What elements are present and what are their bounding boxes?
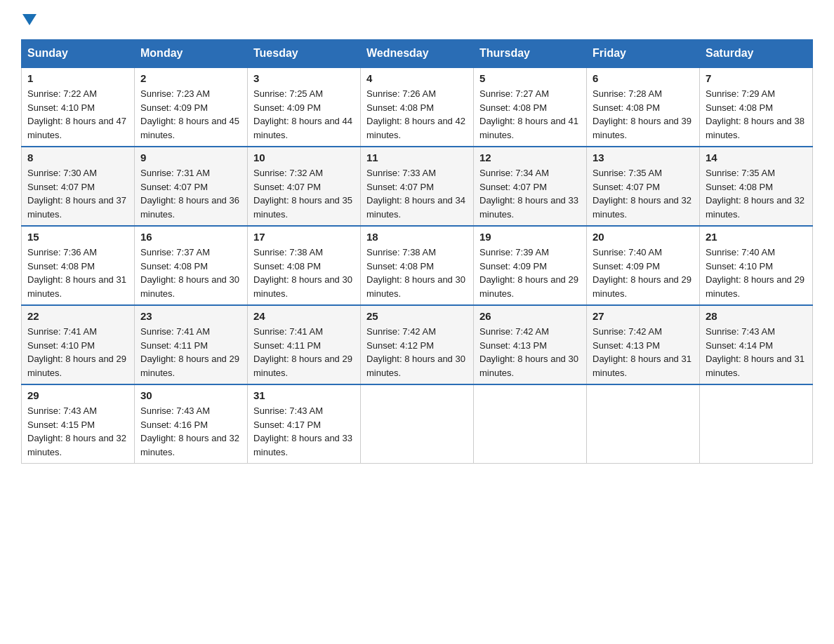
calendar-cell: 20 Sunrise: 7:40 AM Sunset: 4:09 PM Dayl… xyxy=(587,226,700,305)
day-number: 23 xyxy=(140,310,241,322)
day-number: 18 xyxy=(366,231,468,243)
calendar-week-row: 22 Sunrise: 7:41 AM Sunset: 4:10 PM Dayl… xyxy=(22,305,813,384)
day-info: Sunrise: 7:33 AM Sunset: 4:07 PM Dayligh… xyxy=(366,166,468,221)
calendar-table: SundayMondayTuesdayWednesdayThursdayFrid… xyxy=(21,39,813,464)
day-info: Sunrise: 7:27 AM Sunset: 4:08 PM Dayligh… xyxy=(479,87,581,142)
day-number: 31 xyxy=(253,389,355,401)
day-number: 16 xyxy=(140,231,241,243)
day-info: Sunrise: 7:41 AM Sunset: 4:11 PM Dayligh… xyxy=(253,325,355,380)
calendar-cell: 8 Sunrise: 7:30 AM Sunset: 4:07 PM Dayli… xyxy=(22,147,135,226)
day-number: 21 xyxy=(706,231,807,243)
calendar-cell: 24 Sunrise: 7:41 AM Sunset: 4:11 PM Dayl… xyxy=(248,305,361,384)
calendar-cell: 26 Sunrise: 7:42 AM Sunset: 4:13 PM Dayl… xyxy=(474,305,587,384)
day-header-friday: Friday xyxy=(587,40,700,68)
day-info: Sunrise: 7:41 AM Sunset: 4:11 PM Dayligh… xyxy=(140,325,241,380)
day-number: 3 xyxy=(253,72,355,84)
calendar-cell: 13 Sunrise: 7:35 AM Sunset: 4:07 PM Dayl… xyxy=(587,147,700,226)
calendar-cell: 9 Sunrise: 7:31 AM Sunset: 4:07 PM Dayli… xyxy=(135,147,248,226)
day-info: Sunrise: 7:43 AM Sunset: 4:14 PM Dayligh… xyxy=(706,325,807,380)
day-info: Sunrise: 7:38 AM Sunset: 4:08 PM Dayligh… xyxy=(253,246,355,300)
calendar-week-row: 29 Sunrise: 7:43 AM Sunset: 4:15 PM Dayl… xyxy=(22,384,813,464)
calendar-cell: 28 Sunrise: 7:43 AM Sunset: 4:14 PM Dayl… xyxy=(700,305,813,384)
day-header-saturday: Saturday xyxy=(700,40,813,68)
day-info: Sunrise: 7:25 AM Sunset: 4:09 PM Dayligh… xyxy=(253,87,355,142)
calendar-cell: 22 Sunrise: 7:41 AM Sunset: 4:10 PM Dayl… xyxy=(22,305,135,384)
day-number: 25 xyxy=(366,310,468,322)
day-number: 7 xyxy=(706,72,807,84)
day-header-wednesday: Wednesday xyxy=(361,40,474,68)
day-number: 1 xyxy=(27,72,128,84)
calendar-cell: 11 Sunrise: 7:33 AM Sunset: 4:07 PM Dayl… xyxy=(361,147,474,226)
day-number: 20 xyxy=(593,231,694,243)
day-info: Sunrise: 7:43 AM Sunset: 4:15 PM Dayligh… xyxy=(27,404,128,459)
day-header-sunday: Sunday xyxy=(22,40,135,68)
day-info: Sunrise: 7:42 AM Sunset: 4:12 PM Dayligh… xyxy=(366,325,468,380)
day-info: Sunrise: 7:28 AM Sunset: 4:08 PM Dayligh… xyxy=(593,87,694,142)
day-number: 17 xyxy=(253,231,355,243)
calendar-cell: 21 Sunrise: 7:40 AM Sunset: 4:10 PM Dayl… xyxy=(700,226,813,305)
day-info: Sunrise: 7:23 AM Sunset: 4:09 PM Dayligh… xyxy=(140,87,241,142)
day-number: 27 xyxy=(593,310,694,322)
calendar-cell: 6 Sunrise: 7:28 AM Sunset: 4:08 PM Dayli… xyxy=(587,67,700,147)
day-info: Sunrise: 7:42 AM Sunset: 4:13 PM Dayligh… xyxy=(593,325,694,380)
day-number: 30 xyxy=(140,389,241,401)
day-info: Sunrise: 7:43 AM Sunset: 4:17 PM Dayligh… xyxy=(253,404,355,459)
calendar-cell: 27 Sunrise: 7:42 AM Sunset: 4:13 PM Dayl… xyxy=(587,305,700,384)
day-info: Sunrise: 7:42 AM Sunset: 4:13 PM Dayligh… xyxy=(479,325,581,380)
calendar-cell xyxy=(700,384,813,464)
calendar-cell: 16 Sunrise: 7:37 AM Sunset: 4:08 PM Dayl… xyxy=(135,226,248,305)
logo-triangle-icon xyxy=(22,14,37,25)
calendar-cell: 31 Sunrise: 7:43 AM Sunset: 4:17 PM Dayl… xyxy=(248,384,361,464)
calendar-cell: 4 Sunrise: 7:26 AM Sunset: 4:08 PM Dayli… xyxy=(361,67,474,147)
day-number: 9 xyxy=(140,152,241,163)
calendar-cell: 5 Sunrise: 7:27 AM Sunset: 4:08 PM Dayli… xyxy=(474,67,587,147)
day-info: Sunrise: 7:35 AM Sunset: 4:07 PM Dayligh… xyxy=(593,166,694,221)
day-info: Sunrise: 7:35 AM Sunset: 4:08 PM Dayligh… xyxy=(706,166,807,221)
page-header xyxy=(21,14,813,25)
calendar-cell: 23 Sunrise: 7:41 AM Sunset: 4:11 PM Dayl… xyxy=(135,305,248,384)
day-number: 4 xyxy=(366,72,468,84)
day-info: Sunrise: 7:22 AM Sunset: 4:10 PM Dayligh… xyxy=(27,87,128,142)
day-number: 26 xyxy=(479,310,581,322)
calendar-cell: 17 Sunrise: 7:38 AM Sunset: 4:08 PM Dayl… xyxy=(248,226,361,305)
calendar-week-row: 1 Sunrise: 7:22 AM Sunset: 4:10 PM Dayli… xyxy=(22,67,813,147)
day-info: Sunrise: 7:40 AM Sunset: 4:10 PM Dayligh… xyxy=(706,246,807,300)
calendar-cell: 25 Sunrise: 7:42 AM Sunset: 4:12 PM Dayl… xyxy=(361,305,474,384)
calendar-cell: 18 Sunrise: 7:38 AM Sunset: 4:08 PM Dayl… xyxy=(361,226,474,305)
day-info: Sunrise: 7:26 AM Sunset: 4:08 PM Dayligh… xyxy=(366,87,468,142)
day-number: 6 xyxy=(593,72,694,84)
day-info: Sunrise: 7:30 AM Sunset: 4:07 PM Dayligh… xyxy=(27,166,128,221)
day-header-thursday: Thursday xyxy=(474,40,587,68)
calendar-cell: 3 Sunrise: 7:25 AM Sunset: 4:09 PM Dayli… xyxy=(248,67,361,147)
day-number: 12 xyxy=(479,152,581,163)
calendar-cell: 7 Sunrise: 7:29 AM Sunset: 4:08 PM Dayli… xyxy=(700,67,813,147)
calendar-cell: 12 Sunrise: 7:34 AM Sunset: 4:07 PM Dayl… xyxy=(474,147,587,226)
day-number: 10 xyxy=(253,152,355,163)
calendar-week-row: 15 Sunrise: 7:36 AM Sunset: 4:08 PM Dayl… xyxy=(22,226,813,305)
calendar-cell: 30 Sunrise: 7:43 AM Sunset: 4:16 PM Dayl… xyxy=(135,384,248,464)
calendar-cell: 10 Sunrise: 7:32 AM Sunset: 4:07 PM Dayl… xyxy=(248,147,361,226)
day-info: Sunrise: 7:39 AM Sunset: 4:09 PM Dayligh… xyxy=(479,246,581,300)
day-number: 24 xyxy=(253,310,355,322)
day-info: Sunrise: 7:29 AM Sunset: 4:08 PM Dayligh… xyxy=(706,87,807,142)
calendar-cell: 19 Sunrise: 7:39 AM Sunset: 4:09 PM Dayl… xyxy=(474,226,587,305)
day-info: Sunrise: 7:41 AM Sunset: 4:10 PM Dayligh… xyxy=(27,325,128,380)
day-info: Sunrise: 7:32 AM Sunset: 4:07 PM Dayligh… xyxy=(253,166,355,221)
calendar-cell xyxy=(361,384,474,464)
day-number: 19 xyxy=(479,231,581,243)
calendar-cell: 14 Sunrise: 7:35 AM Sunset: 4:08 PM Dayl… xyxy=(700,147,813,226)
day-number: 14 xyxy=(706,152,807,163)
calendar-cell xyxy=(587,384,700,464)
calendar-cell: 15 Sunrise: 7:36 AM Sunset: 4:08 PM Dayl… xyxy=(22,226,135,305)
day-number: 29 xyxy=(27,389,128,401)
day-number: 5 xyxy=(479,72,581,84)
day-info: Sunrise: 7:34 AM Sunset: 4:07 PM Dayligh… xyxy=(479,166,581,221)
day-info: Sunrise: 7:43 AM Sunset: 4:16 PM Dayligh… xyxy=(140,404,241,459)
day-header-monday: Monday xyxy=(135,40,248,68)
day-number: 11 xyxy=(366,152,468,163)
day-info: Sunrise: 7:37 AM Sunset: 4:08 PM Dayligh… xyxy=(140,246,241,300)
day-info: Sunrise: 7:36 AM Sunset: 4:08 PM Dayligh… xyxy=(27,246,128,300)
calendar-week-row: 8 Sunrise: 7:30 AM Sunset: 4:07 PM Dayli… xyxy=(22,147,813,226)
day-number: 22 xyxy=(27,310,128,322)
calendar-cell xyxy=(474,384,587,464)
